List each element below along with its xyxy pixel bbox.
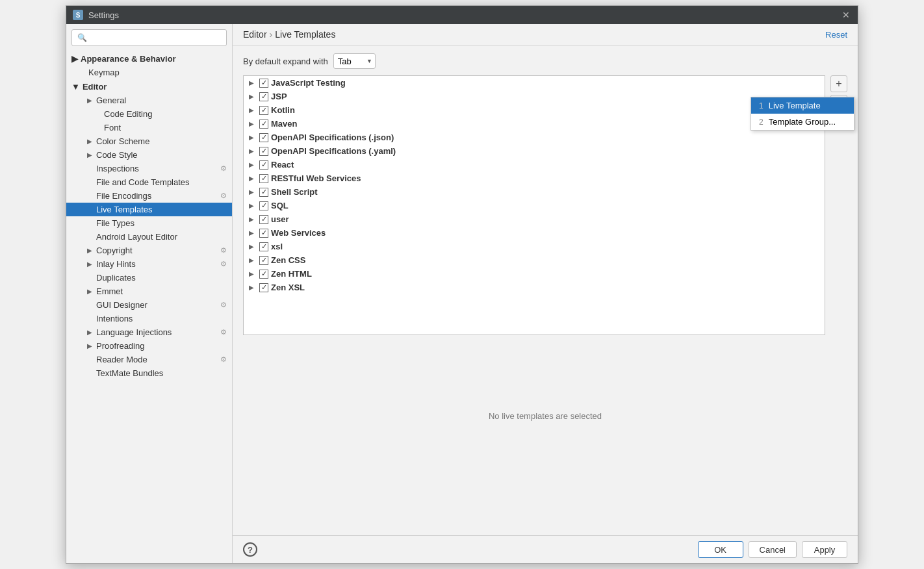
template-checkbox[interactable]: [259, 270, 268, 279]
expand-arrow-icon: ▶: [87, 260, 94, 268]
bottom-bar: ? OK Cancel Apply: [233, 535, 858, 563]
sidebar-item-file-code-templates[interactable]: File and Code Templates: [66, 175, 232, 189]
sidebar-item-file-types[interactable]: File Types: [66, 216, 232, 230]
sidebar-label: File Types: [96, 218, 135, 228]
sidebar-item-live-templates[interactable]: Live Templates: [66, 203, 232, 216]
title-bar: S Settings ✕: [66, 6, 858, 24]
search-input[interactable]: [71, 29, 227, 46]
help-button[interactable]: ?: [243, 542, 257, 557]
sidebar-item-language-injections[interactable]: ▶ Language Injections ⚙: [66, 325, 232, 339]
templates-list: ▶ JavaScript Testing ▶ JSP ▶ Kotlin ▶ Ma…: [243, 75, 825, 335]
ok-button[interactable]: OK: [698, 541, 743, 558]
expand-arrow-icon: ▶: [249, 229, 257, 236]
sidebar-item-inspections[interactable]: Inspections ⚙: [66, 162, 232, 175]
sidebar-item-keymap[interactable]: Keymap: [66, 66, 232, 79]
template-name: user: [271, 214, 289, 224]
sidebar-label: Emmet: [96, 286, 123, 296]
dropdown-item[interactable]: 2 Template Group...: [751, 114, 854, 130]
breadcrumb-separator: ›: [270, 29, 273, 40]
sidebar-label: File and Code Templates: [96, 177, 190, 187]
template-checkbox[interactable]: [259, 147, 268, 156]
expand-arrow-icon: ▶: [87, 151, 94, 158]
expand-arrow-icon: ▶: [249, 270, 257, 277]
template-checkbox[interactable]: [259, 160, 268, 170]
dropdown-item[interactable]: 1 Live Template: [751, 97, 854, 114]
template-checkbox[interactable]: [259, 242, 268, 251]
template-item[interactable]: ▶ Zen XSL: [244, 281, 825, 294]
template-item[interactable]: ▶ SQL: [244, 199, 825, 212]
sidebar-item-code-editing[interactable]: Code Editing: [66, 107, 232, 121]
sidebar-item-general[interactable]: ▶ General: [66, 94, 232, 107]
expand-label: By default expand with: [243, 57, 328, 66]
sidebar-item-copyright[interactable]: ▶ Copyright ⚙: [66, 244, 232, 257]
gear-icon: ⚙: [220, 328, 227, 336]
template-checkbox[interactable]: [259, 79, 268, 88]
sidebar-item-font[interactable]: Font: [66, 121, 232, 134]
template-item[interactable]: ▶ xsl: [244, 240, 825, 253]
template-checkbox[interactable]: [259, 188, 268, 197]
sidebar-item-reader-mode[interactable]: Reader Mode ⚙: [66, 353, 232, 366]
sidebar-item-appearance[interactable]: ▶ Appearance & Behavior: [66, 51, 232, 66]
template-item[interactable]: ▶ Kotlin: [244, 103, 825, 117]
template-item[interactable]: ▶ RESTful Web Services: [244, 171, 825, 185]
template-checkbox[interactable]: [259, 229, 268, 238]
sidebar-label: GUI Designer: [96, 300, 148, 310]
expand-arrow-icon: ▶: [249, 243, 257, 250]
expand-select-wrapper: Tab Enter Space: [333, 53, 376, 69]
template-checkbox[interactable]: [259, 256, 268, 265]
template-checkbox[interactable]: [259, 133, 268, 142]
expand-arrow-icon: ▶: [249, 284, 257, 291]
sidebar-item-code-style[interactable]: ▶ Code Style: [66, 148, 232, 162]
settings-window: S Settings ✕ ▶ Appearance & Behavior Key…: [66, 5, 858, 564]
template-item[interactable]: ▶ Shell Script: [244, 185, 825, 199]
sidebar-item-gui-designer[interactable]: GUI Designer ⚙: [66, 298, 232, 312]
sidebar-label: Code Style: [96, 150, 138, 160]
template-checkbox[interactable]: [259, 120, 268, 129]
template-item[interactable]: ▶ Zen HTML: [244, 267, 825, 281]
reset-link[interactable]: Reset: [825, 30, 847, 40]
sidebar-item-proofreading[interactable]: ▶ Proofreading: [66, 339, 232, 353]
gear-icon: ⚙: [220, 301, 227, 309]
template-item[interactable]: ▶ React: [244, 158, 825, 171]
sidebar-item-color-scheme[interactable]: ▶ Color Scheme: [66, 134, 232, 148]
template-name: React: [271, 160, 294, 170]
template-name: OpenAPI Specifications (.json): [271, 133, 394, 142]
apply-button[interactable]: Apply: [802, 541, 847, 558]
dropdown-menu: 1 Live Template 2 Template Group...: [751, 97, 854, 131]
template-item[interactable]: ▶ user: [244, 212, 825, 226]
template-checkbox[interactable]: [259, 92, 268, 101]
expand-arrow-icon: ▶: [87, 247, 94, 254]
sidebar-item-inlay-hints[interactable]: ▶ Inlay Hints ⚙: [66, 257, 232, 271]
close-button[interactable]: ✕: [841, 10, 851, 20]
expand-arrow-icon: ▶: [249, 202, 257, 209]
template-name: JSP: [271, 92, 287, 101]
add-button[interactable]: +: [830, 75, 847, 92]
template-item[interactable]: ▶ Maven: [244, 117, 825, 131]
gear-icon: ⚙: [220, 164, 227, 173]
template-item[interactable]: ▶ Zen CSS: [244, 253, 825, 267]
template-item[interactable]: ▶ Web Services: [244, 226, 825, 240]
template-checkbox[interactable]: [259, 106, 268, 115]
expand-arrow-icon: ▶: [87, 329, 94, 336]
cancel-button[interactable]: Cancel: [749, 541, 797, 558]
expand-arrow-icon: ▼: [71, 82, 80, 92]
template-item[interactable]: ▶ JavaScript Testing: [244, 76, 825, 90]
sidebar-item-textmate-bundles[interactable]: TextMate Bundles: [66, 366, 232, 380]
template-checkbox[interactable]: [259, 174, 268, 183]
template-checkbox[interactable]: [259, 283, 268, 292]
template-item[interactable]: ▶ JSP: [244, 90, 825, 103]
sidebar-item-intentions[interactable]: Intentions: [66, 312, 232, 325]
sidebar-item-file-encodings[interactable]: File Encodings ⚙: [66, 189, 232, 203]
template-name: SQL: [271, 201, 289, 210]
template-checkbox[interactable]: [259, 201, 268, 210]
template-checkbox[interactable]: [259, 215, 268, 224]
sidebar-item-editor[interactable]: ▼ Editor: [66, 79, 232, 94]
sidebar-item-emmet[interactable]: ▶ Emmet: [66, 284, 232, 298]
template-item[interactable]: ▶ OpenAPI Specifications (.yaml): [244, 144, 825, 158]
expand-arrow-icon: ▶: [249, 120, 257, 127]
sidebar-item-duplicates[interactable]: Duplicates: [66, 271, 232, 284]
expand-arrow-icon: ▶: [87, 288, 94, 295]
sidebar-item-android-layout-editor[interactable]: Android Layout Editor: [66, 230, 232, 244]
template-item[interactable]: ▶ OpenAPI Specifications (.json): [244, 131, 825, 144]
expand-select[interactable]: Tab Enter Space: [333, 53, 376, 69]
